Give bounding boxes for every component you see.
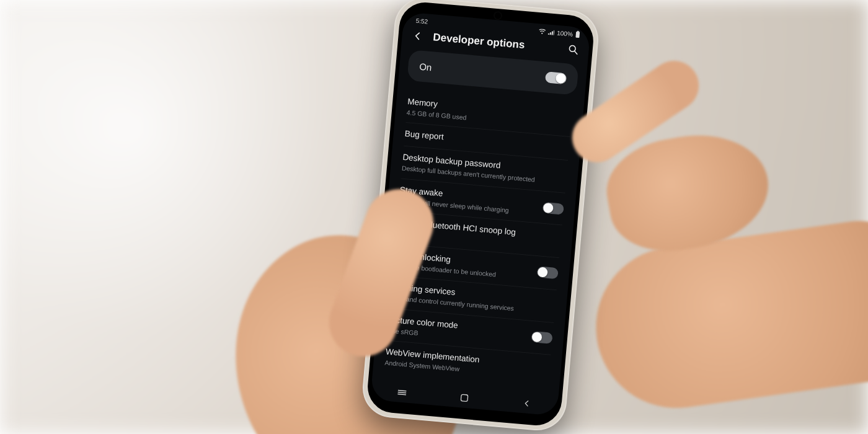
- chevron-left-icon: [412, 30, 424, 42]
- svg-line-6: [398, 394, 406, 394]
- oem-unlocking-toggle[interactable]: [536, 267, 558, 280]
- wifi-icon: [539, 29, 546, 35]
- status-time: 5:52: [415, 17, 428, 25]
- navigation-bar: [370, 381, 558, 415]
- signal-icon: [548, 29, 555, 35]
- toggle-knob: [556, 73, 566, 84]
- toggle-knob: [543, 202, 554, 213]
- svg-line-3: [574, 51, 577, 54]
- stay-awake-toggle[interactable]: [542, 202, 564, 215]
- battery-text: 100%: [557, 29, 573, 37]
- front-camera: [495, 12, 502, 19]
- svg-line-4: [398, 391, 406, 391]
- back-button[interactable]: [410, 29, 425, 43]
- home-icon: [459, 392, 469, 403]
- master-toggle[interactable]: [545, 71, 567, 84]
- svg-line-5: [398, 392, 406, 393]
- svg-rect-7: [461, 394, 468, 402]
- toggle-knob: [537, 267, 547, 278]
- svg-rect-0: [575, 32, 580, 38]
- toggle-knob: [531, 332, 542, 342]
- recents-icon: [396, 388, 408, 397]
- master-toggle-label: On: [419, 61, 432, 73]
- nav-home-button[interactable]: [451, 392, 477, 404]
- nav-recents-button[interactable]: [389, 387, 415, 397]
- search-icon: [567, 43, 580, 56]
- svg-rect-1: [577, 30, 579, 32]
- nav-back-button[interactable]: [514, 398, 539, 409]
- chevron-left-icon: [522, 399, 531, 408]
- battery-icon: [575, 30, 580, 38]
- picture-color-toggle[interactable]: [531, 331, 552, 344]
- search-button[interactable]: [566, 42, 581, 57]
